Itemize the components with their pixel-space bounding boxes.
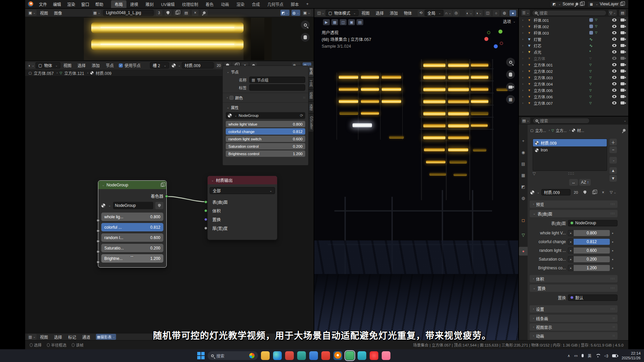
node-input-slider[interactable]: Saturatio... 0.200 (101, 244, 163, 252)
new-viewlayer-icon[interactable] (620, 2, 623, 6)
nodetree-toggle-icon[interactable]: ▽⌄ (609, 189, 617, 195)
light-bar[interactable] (448, 124, 469, 128)
animate-dot-icon[interactable]: ● (612, 240, 613, 243)
outliner-item[interactable]: › ▼ 立方体.001 ▽ ∿ * (519, 61, 628, 68)
nodegroup-node-header[interactable]: ⌄ NodeGroup (98, 181, 166, 189)
light-bar[interactable] (389, 136, 404, 139)
object-name[interactable]: 立方体.001 (534, 62, 588, 67)
hide-eye-icon[interactable] (612, 63, 616, 66)
expand-icon[interactable]: › (522, 70, 526, 73)
node-input-slider[interactable]: random l... 0.600 (101, 233, 163, 242)
add-slot-button[interactable]: ＋ (609, 139, 617, 145)
shading-material-icon[interactable]: ◍ (501, 10, 508, 16)
material-icon[interactable] (530, 190, 534, 194)
swap-icon[interactable]: ↔ (569, 179, 578, 186)
outliner-search-input[interactable]: 搜索 (532, 10, 606, 16)
outliner-item[interactable]: › ▼ 立方体.007 ▽ ∿ * (519, 100, 628, 106)
disable-render-camera-icon[interactable] (621, 63, 625, 66)
breadcrumb-mesh[interactable]: 立方... (556, 128, 567, 133)
node-input-slider[interactable]: colorful ... 0.812 (101, 223, 163, 231)
filter-icon[interactable]: ▽⌄ (608, 10, 617, 16)
lineart-section[interactable]: ›线条画∷ (530, 315, 618, 322)
outliner-item[interactable]: › ▼ 立方体.003 ▽ ∿ * (519, 74, 628, 81)
display-channels-icon[interactable]: ◍⌄ (291, 10, 300, 16)
orientation-dropdown[interactable]: 全局 ⌄ (425, 10, 444, 16)
light-bar[interactable] (448, 112, 469, 116)
surface-shader-field[interactable]: NodeGroup (568, 220, 618, 226)
light-bar[interactable] (448, 100, 469, 103)
fake-user-shield-icon[interactable] (582, 189, 588, 195)
hide-eye-icon[interactable] (612, 70, 616, 73)
workspace-tab[interactable]: 布局 (111, 0, 126, 8)
expand-icon[interactable]: › (522, 95, 526, 98)
input-socket[interactable] (204, 218, 207, 221)
taskbar-clock[interactable]: 22:14 2025/11/26 (622, 351, 641, 360)
taskbar-app-icon[interactable] (321, 351, 330, 360)
menu-item[interactable]: 选择 (74, 62, 89, 68)
disable-render-camera-icon[interactable] (621, 18, 625, 21)
light-bar[interactable] (423, 124, 445, 128)
properties-tab[interactable]: ◻ (519, 216, 528, 225)
value-slider[interactable]: colorful change 0.812 (226, 128, 305, 135)
toggle-perspective-button[interactable]: ▦ (506, 95, 515, 104)
snap-magnet-icon[interactable]: ∩⌄ (444, 10, 452, 16)
light-bar[interactable] (423, 112, 445, 116)
outliner-item[interactable]: › ▼ 立方体.005 ▽ ∿ * (519, 87, 628, 93)
disable-render-camera-icon[interactable] (621, 38, 625, 41)
preview-section[interactable]: ›预览∷∷ (530, 200, 618, 208)
workspace-tab[interactable]: 着色 (202, 0, 217, 8)
nodegroup-node[interactable]: ⌄ NodeGroup 着色器 ⌄ NodeGroup whole lig...… (98, 180, 167, 268)
input-socket[interactable] (204, 200, 207, 203)
pin-icon[interactable] (622, 128, 626, 132)
workspace-tab[interactable]: 建模 (126, 0, 142, 8)
object-name[interactable]: 杆体.001 (534, 17, 588, 23)
socket-toggle-button[interactable]: ● (568, 256, 574, 262)
disable-render-camera-icon[interactable] (621, 70, 625, 73)
view-settings-icon[interactable]: ▣⌄ (302, 10, 311, 16)
material-output-node[interactable]: ⌄ 材质输出 全部 ⌄ 表(曲)面 体积 (207, 176, 277, 240)
light-bar[interactable] (424, 148, 445, 151)
fake-user-shield-icon[interactable] (165, 10, 171, 16)
material-users-count[interactable]: 20 (573, 189, 579, 195)
hide-eye-icon[interactable] (612, 101, 616, 104)
expand-icon[interactable]: › (522, 82, 526, 86)
outliner-item[interactable]: › ▼ 立方体.006 ▽ ∿ * (519, 93, 628, 100)
displacement-section[interactable]: ⌄置换∷∷ (530, 284, 618, 292)
nodegroup-datablock[interactable]: ⌄ NodeGroup ⟳ (226, 112, 305, 119)
object-name[interactable]: 立方体.004 (534, 81, 588, 87)
mesh-data-icon[interactable]: ▽ (595, 31, 597, 35)
material-name[interactable]: 材质.009 (541, 189, 571, 195)
object-name[interactable]: 杆体.002 (534, 24, 588, 29)
disable-render-camera-icon[interactable] (621, 57, 625, 60)
properties-tab[interactable]: ▽ (519, 231, 528, 239)
output-target-dropdown[interactable]: 全部 ⌄ (210, 187, 275, 194)
breadcrumb-object[interactable]: 立方... (535, 128, 546, 133)
workspace-tab[interactable]: 渲染 (233, 0, 248, 8)
taskbar-app-icon[interactable] (309, 351, 318, 360)
overlays-icon[interactable]: ◑⌄ (475, 10, 483, 16)
disable-render-camera-icon[interactable] (621, 82, 625, 85)
taskbar-app-icon[interactable] (358, 351, 366, 360)
shader-output-socket[interactable] (165, 195, 168, 198)
light-bar[interactable] (382, 76, 401, 79)
mesh-data-icon[interactable]: ▽ (589, 89, 592, 92)
material-slot-dropdown[interactable]: 槽 2 ⌄ (150, 62, 169, 69)
tool-icon[interactable]: ◫ (340, 19, 346, 25)
light-bar[interactable] (339, 88, 358, 91)
light-bar[interactable] (471, 63, 488, 67)
disable-render-camera-icon[interactable] (621, 89, 625, 92)
object-name[interactable]: 立方体.006 (534, 94, 588, 99)
breadcrumb-material[interactable]: 材质.009 (96, 70, 111, 76)
hide-eye-icon[interactable] (612, 25, 616, 28)
workspace-tab[interactable]: 纹理绘制 (178, 0, 202, 8)
expand-icon[interactable]: › (522, 89, 526, 92)
mesh-data-icon[interactable]: ▽ (589, 57, 592, 60)
chevron-down-icon[interactable]: ⌄ (624, 119, 626, 122)
sidebar-tab[interactable]: 工具 (309, 78, 314, 89)
disable-render-camera-icon[interactable] (621, 44, 625, 47)
editor-type-icon[interactable]: ▣⌄ (28, 10, 37, 16)
light-bar[interactable] (423, 88, 445, 91)
menu-item[interactable]: 视图 (60, 62, 74, 68)
move-slot-down-button[interactable]: ▼ (609, 175, 617, 182)
color-section-header[interactable]: ›颜色∷ (226, 95, 305, 100)
